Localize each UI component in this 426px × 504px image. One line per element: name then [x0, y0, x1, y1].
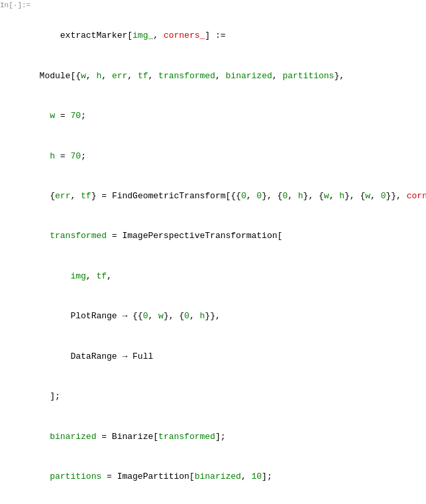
input-label: In[·]:=: [0, 0, 28, 504]
code-var: img_: [133, 31, 153, 40]
input-cell: In[·]:= extractMarker[img_, corners_] :=…: [0, 0, 426, 504]
code-block: extractMarker[img_, corners_] := Module[…: [29, 3, 426, 504]
code-builtin: Module: [40, 71, 71, 81]
code-fn: extractMarker: [60, 31, 127, 40]
code-highlight-corners: corners_: [164, 31, 205, 40]
code-content[interactable]: extractMarker[img_, corners_] := Module[…: [28, 0, 426, 504]
